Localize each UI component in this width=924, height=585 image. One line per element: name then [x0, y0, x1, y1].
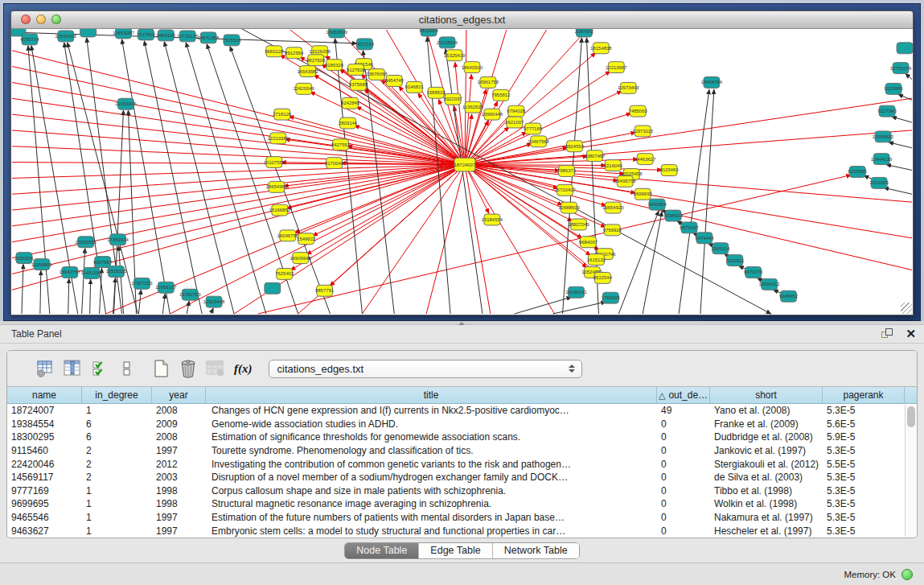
minimize-window-button[interactable] — [36, 14, 46, 24]
split-divider-handle[interactable] — [455, 321, 468, 325]
column-header-year[interactable]: year — [152, 387, 206, 403]
graph-node[interactable]: 8471076 — [744, 267, 763, 278]
graph-node[interactable]: 8813054 — [420, 29, 439, 36]
graph-node[interactable]: 8186328 — [325, 60, 344, 71]
select-rows-icon[interactable] — [89, 358, 110, 379]
function-builder-icon[interactable]: f(x) — [234, 362, 253, 376]
row-height-icon[interactable] — [117, 358, 138, 379]
graph-node[interactable]: 11362615 — [462, 101, 484, 113]
graph-node[interactable]: 4055714 — [20, 34, 39, 45]
delete-table-icon[interactable] — [178, 358, 199, 379]
graph-node[interactable]: 20206556 — [75, 237, 97, 248]
graph-node[interactable]: 6879197 — [680, 222, 699, 233]
table-row[interactable]: 977716911998Corpus callosum shape and si… — [7, 484, 905, 498]
graph-node[interactable]: 9684067 — [579, 237, 598, 248]
graph-node[interactable]: 16782753 — [179, 289, 201, 300]
table-row[interactable]: 1830029562008Estimation of significance … — [7, 431, 905, 444]
graph-node[interactable]: 21053346 — [115, 98, 137, 109]
graph-node[interactable]: 9827508 — [306, 55, 326, 66]
close-window-button[interactable] — [21, 14, 31, 24]
split-divider[interactable] — [0, 321, 924, 325]
graph-node[interactable]: 1615132 — [587, 254, 606, 266]
graph-node[interactable]: 6794028 — [507, 105, 526, 117]
graph-node[interactable]: 16543982 — [297, 66, 318, 77]
graph-node[interactable] — [897, 43, 913, 54]
graph-node[interactable]: 17359924 — [107, 234, 129, 245]
table-row[interactable]: 2242004622012Investigating the contribut… — [7, 457, 905, 471]
graph-node[interactable]: 22420046 — [293, 83, 314, 94]
graph-node[interactable]: 15184554 — [482, 214, 503, 225]
graph-node[interactable]: 9660128 — [265, 46, 284, 57]
tab-edge-table[interactable]: Edge Table — [419, 543, 492, 558]
graph-node[interactable]: 12213383 — [268, 133, 290, 144]
graph-node[interactable]: 7515526 — [222, 35, 241, 46]
graph-node[interactable]: 1527602 — [137, 29, 156, 40]
graph-node[interactable]: 7857224 — [355, 39, 375, 50]
table-row[interactable]: 1456911722003Disruption of a novel membe… — [7, 471, 905, 484]
graph-node[interactable]: 8215955 — [848, 167, 868, 178]
graph-node[interactable]: 10719135 — [177, 31, 199, 42]
column-header-pagerank[interactable]: pagerank — [823, 387, 905, 403]
graph-node[interactable]: 16053809 — [326, 29, 347, 38]
tab-node-table[interactable]: Node Table — [345, 543, 419, 558]
graph-node[interactable]: 14136141 — [565, 286, 587, 298]
graph-node[interactable]: 9857791 — [315, 285, 335, 296]
column-header-name[interactable]: name — [7, 387, 82, 403]
tab-network-table[interactable]: Network Table — [493, 543, 579, 558]
graph-node[interactable] — [80, 29, 97, 37]
graph-node[interactable]: 18654982 — [266, 181, 288, 192]
graph-node-hub[interactable]: 18724007 — [454, 158, 476, 171]
graph-node[interactable]: 15166852 — [269, 204, 291, 216]
graph-node[interactable]: 12093832 — [873, 131, 894, 142]
graph-node[interactable]: 9699695 — [634, 188, 653, 200]
graph-node[interactable]: 6216049 — [604, 160, 623, 171]
column-header-short[interactable]: short — [710, 387, 823, 403]
table-row[interactable]: 1872400712008Changes of HCN gene express… — [7, 404, 905, 418]
graph-node[interactable]: 8912954 — [285, 47, 304, 59]
graph-node[interactable]: 10653287 — [113, 29, 134, 39]
graph-node[interactable]: 1621007 — [505, 117, 524, 128]
graph-node[interactable]: 9777169 — [524, 123, 543, 134]
graph-node[interactable]: 10807487 — [584, 150, 606, 162]
graph-node[interactable]: 9242845 — [341, 97, 360, 109]
graph-node[interactable]: 1783426 — [602, 292, 621, 303]
graph-node[interactable]: 7932621 — [725, 255, 745, 266]
graph-node[interactable] — [265, 282, 281, 294]
graph-node[interactable]: 9146821 — [405, 81, 425, 93]
table-settings-icon[interactable] — [35, 358, 55, 379]
graph-node[interactable]: 9756928 — [603, 225, 622, 236]
graph-node[interactable]: 14671358 — [198, 32, 220, 43]
graph-node[interactable]: 12213967 — [606, 62, 627, 73]
graph-node[interactable]: 16154838 — [590, 43, 612, 54]
graph-node[interactable]: 15751074 — [890, 63, 912, 74]
graph-node[interactable]: 11451194 — [81, 267, 102, 278]
float-panel-icon[interactable] — [881, 328, 894, 340]
graph-node[interactable]: 13942757 — [59, 267, 80, 278]
graph-node[interactable]: 11156809 — [31, 259, 52, 270]
graph-node[interactable]: 9245652 — [779, 290, 799, 302]
graph-node[interactable]: 16325419 — [444, 50, 466, 61]
graph-node[interactable]: 12923448 — [203, 296, 225, 307]
column-header-title[interactable]: title — [206, 387, 657, 403]
graph-node[interactable]: 10688609 — [558, 202, 580, 213]
graph-node[interactable]: 18807249 — [568, 219, 589, 230]
graph-node[interactable]: 19654923 — [602, 202, 624, 213]
graph-node[interactable]: 12973115 — [632, 126, 654, 137]
network-window-titlebar[interactable]: citations_edges.txt — [11, 11, 913, 29]
memory-status-icon[interactable] — [901, 569, 913, 580]
graph-node[interactable]: 7986372 — [557, 166, 577, 177]
graph-node[interactable]: 12444139 — [871, 154, 893, 165]
graph-node[interactable]: 10973493 — [618, 82, 639, 93]
table-row[interactable]: 946554611997Estimation of the future num… — [7, 511, 905, 525]
graph-node[interactable]: 8322037 — [443, 93, 462, 105]
network-canvas[interactable]: 4055714206914061065328715276028466160107… — [11, 29, 913, 315]
table-scrollbar[interactable] — [905, 405, 916, 537]
graph-node[interactable]: 1549822 — [297, 233, 316, 245]
graph-node[interactable]: 18495758 — [614, 175, 636, 187]
graph-node[interactable]: 8522544 — [593, 272, 613, 283]
graph-node[interactable]: 16961758 — [478, 76, 499, 88]
graph-node[interactable]: 16648784 — [701, 76, 723, 88]
graph-node[interactable]: 16046756 — [277, 230, 298, 241]
table-row[interactable]: 969969511998Structural magnetic resonanc… — [7, 497, 905, 511]
graph-node[interactable]: 16990448 — [482, 109, 503, 120]
